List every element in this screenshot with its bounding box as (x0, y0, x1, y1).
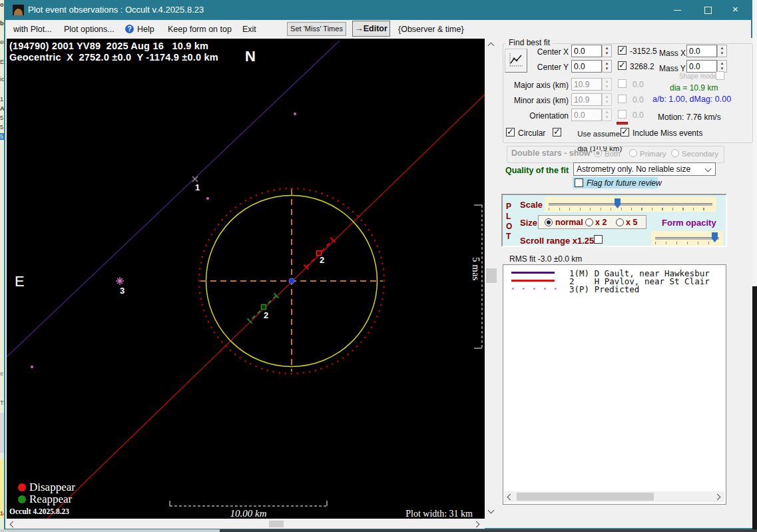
menu-exit[interactable]: Exit (242, 25, 256, 34)
scale-slider-thumb[interactable] (615, 198, 621, 208)
form-opacity-slider[interactable] (651, 231, 723, 246)
double-both-radio[interactable] (594, 149, 602, 157)
offset-y-checkbox[interactable] (618, 61, 627, 70)
horizontal-scroll-thumb[interactable] (269, 521, 284, 527)
minimize-button[interactable] (663, 0, 692, 20)
rms-label: RMS fit -3.0 ±0.0 km (509, 254, 582, 264)
center-x-input[interactable] (571, 45, 602, 57)
major-axis-spinner[interactable]: ▲▼ (602, 78, 612, 91)
plot-vertical-scrollbar[interactable] (485, 38, 498, 519)
maximize-button[interactable] (693, 0, 722, 20)
screen: o bi er E: ic 1 A. 5 S 5 S 5 S e Tru 14 … (0, 0, 757, 532)
center-x-spinner[interactable]: ▲▼ (602, 45, 612, 57)
background-right-strip-dark (752, 286, 757, 529)
orientation-spinner[interactable]: ▲▼ (602, 109, 612, 121)
listbox-scroll-right-icon[interactable] (714, 494, 721, 501)
reappear-dot-icon (18, 495, 26, 503)
menu-plot-options[interactable]: Plot options... (64, 25, 115, 34)
use-assumed-checkbox[interactable] (553, 128, 561, 136)
scroll-left-icon[interactable] (10, 521, 17, 528)
major-axis-input[interactable] (571, 78, 602, 91)
include-miss-checkbox[interactable] (621, 128, 629, 136)
minor-axis-label: Minor axis (km) (505, 96, 569, 105)
plot-graphics: 1 2 2 3 (7, 39, 485, 519)
marker2-red-label: 2 (320, 255, 324, 265)
double-primary-radio[interactable] (629, 149, 637, 157)
observer-listbox[interactable] (503, 264, 726, 505)
minor-axis-input[interactable] (571, 93, 602, 106)
flag-checkbox[interactable] (575, 178, 583, 187)
marker3-star (116, 277, 124, 285)
combo-arrow-icon (705, 166, 712, 172)
mass-x-spinner[interactable]: ▲▼ (717, 45, 727, 57)
scroll-range-label: Scroll range x1.25 (520, 236, 594, 246)
center-dot (289, 278, 294, 284)
minor-axis-spinner[interactable]: ▲▼ (602, 93, 612, 106)
minor-axis-err-checkbox[interactable] (618, 95, 627, 103)
titlebar[interactable]: Plot event observations : Occult v.4.202… (4, 0, 752, 20)
orientation-input[interactable] (571, 109, 602, 121)
set-miss-times-button[interactable]: Set 'Miss' Times (287, 22, 346, 36)
form-opacity-slider-ticks (655, 242, 719, 244)
scale-bar-label: 10.00 km (180, 508, 317, 519)
scroll-down-icon[interactable] (488, 507, 495, 514)
marker3-label: 3 (120, 286, 125, 296)
scroll-right-icon[interactable] (473, 521, 480, 528)
scale-bar (170, 501, 327, 506)
center-y-input[interactable] (571, 60, 602, 73)
form-opacity-slider-thumb[interactable] (712, 232, 718, 242)
observer-time-label: {Observer & time} (398, 25, 464, 34)
center-y-spinner[interactable]: ▲▼ (602, 60, 612, 73)
disappear-dot-icon (18, 483, 26, 491)
circular-checkbox[interactable] (506, 128, 515, 136)
marker2-green-label: 2 (264, 310, 268, 320)
menu-help[interactable]: Help (137, 25, 154, 34)
bg-fragment: o (0, 1, 4, 8)
plot-letter-o: O (506, 222, 512, 231)
size-x2-label: x 2 (595, 218, 607, 227)
editor-button[interactable]: →Editor (352, 21, 390, 37)
plot-horizontal-scrollbar[interactable] (5, 519, 485, 529)
scroll-range-checkbox[interactable] (594, 235, 603, 244)
listbox-horizontal-scrollbar[interactable] (504, 491, 724, 502)
chord1-path-line (7, 41, 340, 357)
plot-title-line1: (194790) 2001 YV89 2025 Aug 16 10.9 km (9, 41, 208, 51)
close-button[interactable]: × (723, 0, 752, 20)
orientation-err-checkbox[interactable] (618, 110, 627, 119)
dia-label: dia = 10.9 km (670, 83, 718, 93)
menu-keep-form-on-top[interactable]: Keep form on top (168, 25, 232, 34)
scale-slider-ticks (549, 208, 712, 210)
orientation-err: 0.0 (632, 111, 644, 120)
size-normal-radio[interactable] (545, 218, 553, 226)
mass-x-input[interactable] (686, 45, 717, 57)
double-secondary-radio[interactable] (671, 149, 679, 157)
observer-row[interactable]: 3(P)Predicted (569, 284, 639, 294)
listbox-scroll-left-icon[interactable] (507, 494, 514, 501)
vertical-scroll-thumb[interactable] (486, 268, 497, 283)
quality-combobox[interactable]: Astrometry only. No reliable size (573, 162, 716, 176)
scale-slider[interactable] (545, 197, 716, 212)
mass-y-input[interactable] (686, 60, 717, 73)
background-bottom-strip-dark (220, 529, 757, 532)
size-normal-label: normal (555, 218, 583, 227)
size-x2-radio[interactable] (585, 218, 593, 226)
quality-label: Quality of the fit (505, 166, 569, 175)
east-label: E (15, 273, 25, 290)
help-icon: ? (125, 25, 134, 33)
listbox-scroll-thumb[interactable] (517, 493, 654, 501)
marker1-label: 1 (195, 182, 200, 192)
double-secondary-label: Secondary (682, 150, 718, 158)
offset-x-checkbox[interactable] (618, 46, 627, 55)
shape-model-checkbox[interactable] (716, 71, 724, 80)
window-title: Plot event observations : Occult v.4.202… (28, 5, 204, 15)
shape-model-label: Shape model (679, 73, 718, 80)
plot-canvas[interactable]: 1 2 2 3 (194790) 2001 YV89 2025 Aug 16 1… (5, 38, 485, 519)
major-axis-err-checkbox[interactable] (618, 79, 627, 88)
plot-letter-p: P (506, 202, 511, 211)
control-panel: Find best fit Center X ▲▼ -3152.5 Mass X… (498, 38, 752, 528)
offset-y-value: 3268.2 (630, 62, 654, 71)
size-x5-radio[interactable] (616, 218, 624, 226)
menu-with-plot[interactable]: with Plot... (13, 25, 52, 34)
legend-disappear-label: Disappear (29, 481, 75, 494)
scroll-up-icon[interactable] (488, 43, 495, 49)
